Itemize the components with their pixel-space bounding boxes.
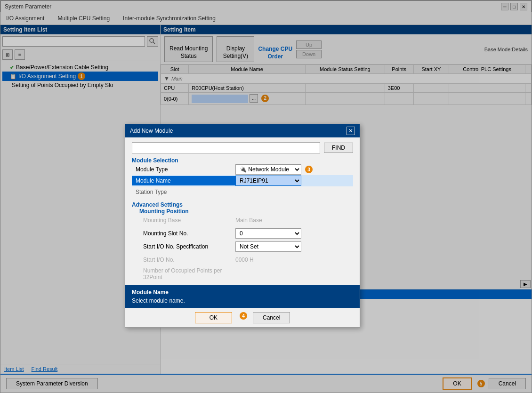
footer-section-label: Module Name <box>132 289 353 296</box>
module-name-select[interactable]: RJ71EIP91 <box>235 176 301 186</box>
start-io-spec-value: Not Set <box>235 241 353 252</box>
start-io-row: Start I/O No. 0000 H <box>132 254 353 265</box>
module-type-label: Module Type <box>132 166 235 173</box>
module-selection-label: Module Selection <box>132 157 353 164</box>
badge-4: 4 <box>240 312 247 320</box>
find-input[interactable] <box>132 142 320 153</box>
modal-overlay: Add New Module ✕ FIND Module Selection M… <box>0 0 532 393</box>
station-type-row: Station Type <box>132 186 353 198</box>
find-button[interactable]: FIND <box>324 143 353 153</box>
station-type-label: Station Type <box>132 189 235 195</box>
modal-bottom-buttons: OK 4 Cancel <box>125 308 360 327</box>
mounting-position-label: Mounting Position <box>132 208 353 215</box>
occupied-label: Number of Occupied Points per 32Point <box>132 267 235 281</box>
modal-footer: Module Name Select module name. <box>125 285 360 308</box>
start-io-value: 0000 H <box>235 257 254 263</box>
mounting-base-label: Mounting Base <box>132 217 235 224</box>
badge-3: 3 <box>305 166 313 173</box>
advanced-settings-label: Advanced Settings <box>132 201 353 208</box>
find-row: FIND <box>132 142 353 153</box>
modal-cancel-button[interactable]: Cancel <box>253 312 290 323</box>
modal-ok-button[interactable]: OK <box>195 312 232 323</box>
mounting-position-area: Mounting Base Main Base Mounting Slot No… <box>132 215 353 281</box>
modal-title: Add New Module <box>130 128 173 134</box>
module-type-select[interactable]: 🔌 Network Module <box>235 164 301 175</box>
occupied-points-row: Number of Occupied Points per 32Point <box>132 267 353 281</box>
module-selection-section: Module Selection Module Type 🔌 Network M… <box>132 157 353 198</box>
modal-body: FIND Module Selection Module Type 🔌 Netw… <box>125 137 360 285</box>
start-io-spec-select[interactable]: Not Set <box>235 241 301 252</box>
module-type-value: 🔌 Network Module 3 <box>235 164 353 175</box>
add-new-module-dialog: Add New Module ✕ FIND Module Selection M… <box>125 124 360 328</box>
mounting-slot-label: Mounting Slot No. <box>132 230 235 237</box>
mounting-base-value: Main Base <box>235 217 262 224</box>
module-type-row: Module Type 🔌 Network Module 3 <box>132 164 353 175</box>
footer-text: Select module name. <box>132 297 353 304</box>
start-io-spec-row: Start I/O No. Specification Not Set <box>132 241 353 252</box>
start-io-label: Start I/O No. <box>132 257 235 263</box>
start-io-spec-label: Start I/O No. Specification <box>132 243 235 250</box>
mounting-slot-value: 0 <box>235 228 353 239</box>
mounting-base-row: Mounting Base Main Base <box>132 215 353 226</box>
modal-titlebar: Add New Module ✕ <box>125 124 360 137</box>
module-name-row: Module Name RJ71EIP91 <box>132 175 353 186</box>
modal-close-button[interactable]: ✕ <box>347 127 355 135</box>
advanced-settings-section: Advanced Settings Mounting Position Moun… <box>132 201 353 281</box>
module-name-label: Module Name <box>132 176 235 185</box>
mounting-slot-select[interactable]: 0 <box>235 228 301 239</box>
module-name-value: RJ71EIP91 <box>235 176 353 186</box>
mounting-slot-row: Mounting Slot No. 0 <box>132 228 353 239</box>
